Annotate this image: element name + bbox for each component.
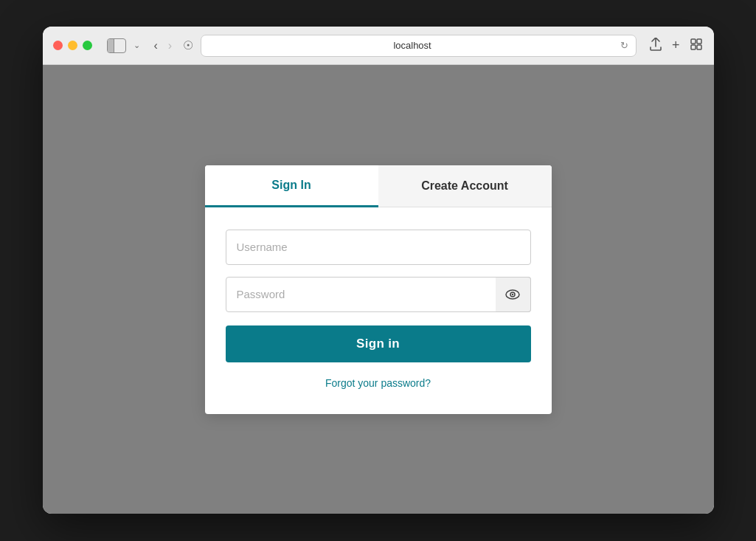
new-tab-button[interactable]: + bbox=[670, 36, 682, 55]
auth-tabs: Sign In Create Account bbox=[205, 165, 552, 207]
browser-toolbar: ⌄ ‹ › ☉ localhost ↻ + bbox=[43, 27, 714, 65]
browser-content: Sign In Create Account Sign bbox=[43, 65, 714, 514]
address-bar[interactable]: localhost ↻ bbox=[201, 35, 637, 57]
toggle-password-visibility-button[interactable] bbox=[496, 277, 531, 312]
maximize-button[interactable] bbox=[83, 41, 92, 50]
svg-rect-2 bbox=[691, 45, 696, 49]
sign-in-button[interactable]: Sign in bbox=[226, 325, 531, 362]
svg-point-6 bbox=[512, 293, 513, 294]
auth-card: Sign In Create Account Sign bbox=[205, 165, 552, 414]
sidebar-toggle-button[interactable] bbox=[107, 38, 126, 53]
url-text: localhost bbox=[209, 40, 616, 51]
toolbar-actions: + bbox=[648, 36, 704, 55]
forgot-password-link[interactable]: Forgot your password? bbox=[226, 377, 531, 389]
back-button[interactable]: ‹ bbox=[150, 38, 162, 53]
minimize-button[interactable] bbox=[68, 41, 77, 50]
refresh-icon[interactable]: ↻ bbox=[620, 40, 628, 51]
svg-rect-1 bbox=[697, 39, 701, 44]
browser-window: ⌄ ‹ › ☉ localhost ↻ + bbox=[43, 27, 714, 514]
password-wrapper bbox=[226, 277, 531, 312]
password-input[interactable] bbox=[226, 277, 531, 312]
svg-rect-0 bbox=[691, 39, 696, 44]
traffic-lights bbox=[53, 41, 92, 50]
sign-in-form: Sign in Forgot your password? bbox=[205, 207, 552, 414]
username-input[interactable] bbox=[226, 230, 531, 265]
share-button[interactable] bbox=[648, 36, 663, 55]
svg-rect-3 bbox=[697, 45, 701, 49]
close-button[interactable] bbox=[53, 41, 63, 50]
tabs-overview-button[interactable] bbox=[689, 37, 704, 55]
forward-button[interactable]: › bbox=[164, 38, 176, 53]
eye-icon bbox=[505, 289, 520, 300]
chevron-down-icon: ⌄ bbox=[133, 41, 140, 49]
nav-buttons: ‹ › bbox=[150, 38, 176, 53]
tab-sign-in[interactable]: Sign In bbox=[205, 165, 378, 207]
shield-icon: ☉ bbox=[183, 38, 193, 52]
tab-create-account[interactable]: Create Account bbox=[378, 165, 552, 207]
